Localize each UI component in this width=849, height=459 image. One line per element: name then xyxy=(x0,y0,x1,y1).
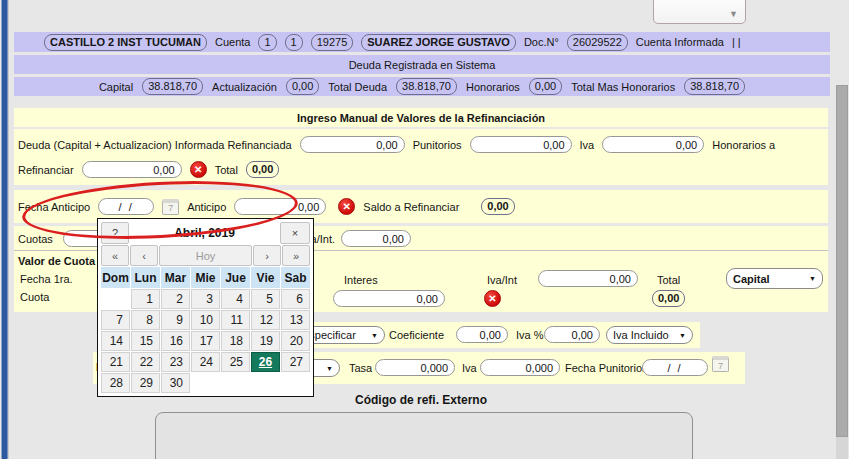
cuotas-iva-int-input[interactable]: 0,00 xyxy=(341,230,411,247)
calendar-day-4[interactable]: 4 xyxy=(221,289,250,309)
fecha-anticipo-input[interactable]: / / xyxy=(98,198,154,215)
calendar-icon[interactable]: 7 xyxy=(712,356,729,372)
chevron-down-icon: ▼ xyxy=(729,9,738,19)
calendar-day-27[interactable]: 27 xyxy=(281,352,310,372)
calendar-day-7[interactable]: 7 xyxy=(101,310,130,330)
calendar-nav-next-year[interactable]: » xyxy=(282,245,310,266)
calendar-day-9[interactable]: 9 xyxy=(161,310,190,330)
cuenta-field-2: 1 xyxy=(285,34,303,51)
calendar-empty-cell xyxy=(251,373,280,393)
cuota-label: Cuota xyxy=(20,291,49,303)
error-icon[interactable]: ✕ xyxy=(190,161,207,178)
total-label: Total xyxy=(215,164,238,176)
chevron-down-icon: ▼ xyxy=(809,275,816,282)
calendar-day-name-dom: Dom xyxy=(101,267,130,288)
calendar-day-13[interactable]: 13 xyxy=(281,310,310,330)
fecha-anticipo-label: Fecha Anticipo xyxy=(18,201,90,213)
iva-int-input[interactable]: 0,00 xyxy=(538,270,638,287)
calendar-day-28[interactable]: 28 xyxy=(101,373,130,393)
calendar-day-26[interactable]: 26 xyxy=(251,352,280,372)
cuenta-field-3: 19275 xyxy=(311,34,354,51)
refinanciar-input[interactable]: 0,00 xyxy=(82,161,182,178)
calendar-day-1[interactable]: 1 xyxy=(131,289,160,309)
calendar-day-17[interactable]: 17 xyxy=(191,331,220,351)
calendar-day-18[interactable]: 18 xyxy=(221,331,250,351)
tasa-iva-label: Iva xyxy=(462,362,477,374)
calendar-icon[interactable]: 7 xyxy=(162,199,179,215)
calendar-day-14[interactable]: 14 xyxy=(101,331,130,351)
calendar-day-10[interactable]: 10 xyxy=(191,310,220,330)
tasa-iva-input[interactable]: 0,000 xyxy=(480,359,560,376)
tipo-valor-dropdown[interactable]: Capital ▼ xyxy=(726,268,823,289)
calendar-day-2[interactable]: 2 xyxy=(161,289,190,309)
total-value: 0,00 xyxy=(246,161,279,178)
date-picker-popup: ? Abril, 2019 × «‹Hoy›» DomLunMarMieJueV… xyxy=(97,218,314,397)
coeficiente-label: Coeficiente xyxy=(389,329,444,341)
vertical-scrollbar-thumb[interactable] xyxy=(836,85,848,437)
cuotas-label: Cuotas xyxy=(18,233,53,245)
iva-input[interactable]: 0,00 xyxy=(602,136,704,153)
office-name-badge: CASTILLO 2 INST TUCUMAN xyxy=(44,34,207,51)
calendar-day-25[interactable]: 25 xyxy=(221,352,250,372)
calendar-day-24[interactable]: 24 xyxy=(191,352,220,372)
codigo-refi-textarea[interactable] xyxy=(155,412,693,459)
valor-total-value: 0,00 xyxy=(652,290,685,307)
window-left-border xyxy=(0,0,12,459)
calendar-day-name-lun: Lun xyxy=(131,267,160,288)
total-mas-honorarios-label: Total Mas Honorarios xyxy=(571,81,675,93)
calendar-day-23[interactable]: 23 xyxy=(161,352,190,372)
tasa-label: Tasa xyxy=(349,362,372,374)
punitorios-input[interactable]: 0,00 xyxy=(470,136,572,153)
chevron-down-icon: ▼ xyxy=(371,332,378,339)
calendar-day-8[interactable]: 8 xyxy=(131,310,160,330)
calendar-day-16[interactable]: 16 xyxy=(161,331,190,351)
anticipo-input[interactable]: 0,00 xyxy=(234,198,326,215)
calendar-month-title: Abril, 2019 xyxy=(130,222,279,244)
error-icon[interactable]: ✕ xyxy=(338,198,355,215)
calendar-day-3[interactable]: 3 xyxy=(191,289,220,309)
calendar-day-20[interactable]: 20 xyxy=(281,331,310,351)
calendar-day-5[interactable]: 5 xyxy=(251,289,280,309)
calendar-day-11[interactable]: 11 xyxy=(221,310,250,330)
calendar-day-15[interactable]: 15 xyxy=(131,331,160,351)
iva-pct-input[interactable]: 0,00 xyxy=(544,326,600,343)
doc-label: Doc.N° xyxy=(524,36,559,48)
calendar-nav-prev-year[interactable]: « xyxy=(101,245,129,266)
calendar-nav-today[interactable]: Hoy xyxy=(159,245,252,266)
refinanciacion-window: ▼ CASTILLO 2 INST TUCUMAN Cuenta 1 1 192… xyxy=(0,0,849,459)
fecha-punitorios-input[interactable]: / / xyxy=(642,359,708,376)
capital-value: 38.818,70 xyxy=(142,78,203,95)
calendar-day-name-vie: Vie xyxy=(251,267,280,288)
actualizacion-value: 0,00 xyxy=(286,78,319,95)
calendar-day-29[interactable]: 29 xyxy=(131,373,160,393)
calendar-day-30[interactable]: 30 xyxy=(161,373,190,393)
calendar-nav-prev-month[interactable]: ‹ xyxy=(130,245,158,266)
fecha-1ra-label: Fecha 1ra. xyxy=(20,273,73,285)
iva-incluido-dropdown[interactable]: Iva Incluido ▼ xyxy=(606,326,693,344)
ingreso-manual-header: Ingreso Manual de Valores de la Refinanc… xyxy=(14,108,828,127)
calendar-day-12[interactable]: 12 xyxy=(251,310,280,330)
ingreso-manual-title: Ingreso Manual de Valores de la Refinanc… xyxy=(297,112,545,124)
actualizacion-label: Actualización xyxy=(212,81,277,93)
interes-input[interactable]: 0,00 xyxy=(333,290,445,307)
coeficiente-input[interactable]: 0,00 xyxy=(456,326,508,343)
calendar-help-button[interactable]: ? xyxy=(101,222,129,244)
deuda-informada-input[interactable]: 0,00 xyxy=(300,136,405,153)
calendar-nav-next-month[interactable]: › xyxy=(253,245,281,266)
tasa-input[interactable]: 0,000 xyxy=(375,359,455,376)
chevron-down-icon: ▼ xyxy=(679,332,686,339)
total-deuda-value: 38.818,70 xyxy=(396,78,457,95)
honorarios-label: Honorarios xyxy=(466,81,520,93)
refinanciar-row: Refinanciar 0,00 ✕ Total 0,00 xyxy=(18,157,828,182)
calendar-day-22[interactable]: 22 xyxy=(131,352,160,372)
error-icon[interactable]: ✕ xyxy=(484,290,501,307)
calendar-close-button[interactable]: × xyxy=(280,222,310,244)
top-combobox[interactable]: ▼ xyxy=(653,0,746,24)
calendar-day-21[interactable]: 21 xyxy=(101,352,130,372)
calendar-grid: 1234567891011121314151617181920212223242… xyxy=(101,289,310,393)
calendar-day-6[interactable]: 6 xyxy=(281,289,310,309)
calendar-day-19[interactable]: 19 xyxy=(251,331,280,351)
client-name-badge: SUAREZ JORGE GUSTAVO xyxy=(361,34,516,51)
capital-label: Capital xyxy=(99,81,133,93)
refinanciar-label: Refinanciar xyxy=(18,164,74,176)
